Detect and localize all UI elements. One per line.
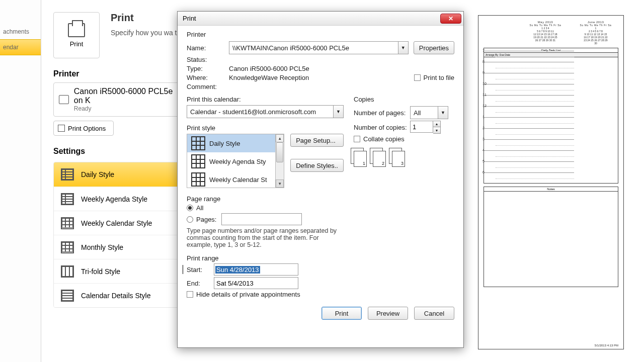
- comment-label: Comment:: [187, 83, 229, 90]
- end-label: End:: [187, 280, 214, 287]
- style-label: Daily Style: [209, 140, 240, 147]
- scroll-down-icon[interactable]: ▼: [276, 179, 284, 188]
- close-button[interactable]: ✕: [440, 14, 461, 24]
- left-nav: achments endar: [0, 0, 41, 362]
- settings-monthly[interactable]: Monthly Style: [54, 235, 184, 259]
- end-date-input[interactable]: [214, 277, 298, 289]
- settings-weekly-agenda[interactable]: Weekly Agenda Style: [54, 187, 184, 211]
- printer-status: Ready: [74, 105, 179, 112]
- cancel-button[interactable]: Cancel: [414, 307, 454, 320]
- printer-icon: [59, 95, 69, 104]
- page-setup-button[interactable]: Page Setup...: [290, 134, 344, 147]
- chevron-down-icon: ▼: [398, 42, 408, 54]
- print-to-file-checkbox[interactable]: [414, 74, 421, 81]
- dialog-titlebar: Print ✕: [178, 12, 463, 26]
- printer-name-combo[interactable]: \\KWTMAIN\Canon iR5000-6000 PCL5e ▼: [229, 41, 409, 54]
- style-weekly-agenda[interactable]: Weekly Agenda Sty: [187, 152, 275, 170]
- page-range-all-radio[interactable]: [187, 205, 193, 211]
- type-label: Type:: [187, 65, 229, 72]
- style-label: Weekly Calendar St: [209, 176, 267, 184]
- page-range-hint: Type page numbers and/or page ranges sep…: [187, 227, 344, 248]
- notes-head: Notes: [484, 187, 618, 192]
- settings-label: Weekly Agenda Style: [81, 195, 147, 203]
- collate-checkbox[interactable]: [354, 136, 360, 142]
- calendar-value: Calendar - student16@lotl.onmicrosoft.co…: [187, 108, 333, 116]
- collate-label: Collate copies: [363, 135, 405, 143]
- num-copies-label: Number of copies:: [354, 124, 410, 131]
- print-range-group: Print range: [187, 254, 344, 262]
- style-scrollbar[interactable]: ▲ ▼: [276, 134, 284, 188]
- page-range-all-label: All: [196, 204, 203, 212]
- page-range-group: Page range: [187, 195, 344, 203]
- style-label: Weekly Agenda Sty: [209, 158, 266, 165]
- calendar-icon: [61, 290, 74, 302]
- print-preview: May 2013 Su Mo Tu We Th Fr Sa 1 2 3 45 6…: [478, 15, 624, 349]
- hide-private-checkbox[interactable]: [187, 291, 193, 298]
- num-pages-label: Number of pages:: [354, 109, 410, 117]
- start-date-value: Sun 4/28/2013: [215, 266, 260, 274]
- print-options-button[interactable]: Print Options: [53, 121, 114, 136]
- calendar-icon: [191, 136, 205, 150]
- printer-selector[interactable]: Canon iR5000-6000 PCL5e on K Ready: [53, 82, 184, 117]
- num-copies-value[interactable]: [410, 121, 433, 133]
- mini-calendar-may: May 2013 Su Mo Tu We Th Fr Sa 1 2 3 45 6…: [523, 21, 568, 45]
- copies-group: Copies: [354, 96, 454, 103]
- settings-trifold[interactable]: Tri-fold Style: [54, 259, 184, 283]
- settings-label: Monthly Style: [81, 243, 123, 251]
- status-label: Status:: [187, 56, 229, 63]
- calendar-icon: [61, 168, 74, 180]
- type-value: Canon iR5000-6000 PCL5e: [229, 65, 309, 72]
- nav-attachments[interactable]: achments: [0, 24, 41, 39]
- print-dialog: Print ✕ Printer Name: \\KWTMAIN\Canon iR…: [177, 11, 464, 348]
- notes-box: Notes: [484, 187, 618, 287]
- name-label: Name:: [187, 44, 229, 52]
- calendar-icon: [191, 154, 205, 168]
- calendar-combo[interactable]: Calendar - student16@lotl.onmicrosoft.co…: [187, 105, 344, 118]
- calendar-icon: [61, 265, 74, 278]
- pages-input[interactable]: [221, 213, 302, 225]
- print-style-label: Print style: [187, 124, 344, 132]
- page-range-pages-radio[interactable]: [187, 216, 193, 223]
- preview-button[interactable]: Preview: [368, 307, 408, 320]
- calendar-icon: [191, 172, 205, 187]
- properties-button[interactable]: Properties: [414, 41, 454, 54]
- settings-details[interactable]: Calendar Details Style: [54, 283, 184, 307]
- options-icon: [58, 125, 65, 132]
- num-copies-spinner[interactable]: ▲▼: [410, 121, 441, 134]
- page-range-pages-label: Pages:: [196, 216, 221, 223]
- printer-icon: [68, 23, 85, 37]
- style-weekly-calendar[interactable]: Weekly Calendar St: [187, 170, 275, 188]
- settings-weekly-calendar[interactable]: Weekly Calendar Style: [54, 211, 184, 235]
- settings-label: Daily Style: [81, 170, 114, 178]
- hourlines: 789101112123456: [484, 51, 574, 184]
- settings-daily[interactable]: Daily Style: [54, 162, 184, 187]
- num-pages-combo[interactable]: All▼: [410, 106, 448, 119]
- print-button-large[interactable]: Print: [53, 12, 100, 58]
- spin-up-icon[interactable]: ▲: [433, 121, 440, 127]
- style-daily[interactable]: Daily Style: [187, 134, 275, 152]
- collate-illustration: 11 22 33: [354, 151, 454, 167]
- spin-down-icon[interactable]: ▼: [433, 127, 440, 133]
- scroll-up-icon[interactable]: ▲: [276, 134, 284, 142]
- printer-name: Canon iR5000-6000 PCL5e on K: [74, 87, 179, 105]
- print-calendar-label: Print this calendar:: [187, 96, 344, 103]
- scroll-thumb[interactable]: [276, 142, 283, 162]
- hide-private-label: Hide details of private appointments: [196, 291, 300, 298]
- print-button-label: Print: [70, 40, 84, 48]
- settings-label: Tri-fold Style: [81, 267, 120, 276]
- settings-label: Weekly Calendar Style: [81, 219, 152, 227]
- define-styles-button[interactable]: Define Styles..: [290, 159, 344, 172]
- print-style-listbox[interactable]: Daily Style Weekly Agenda Sty Weekly Cal…: [187, 134, 284, 188]
- num-pages-value: All: [411, 109, 438, 117]
- print-options-label: Print Options: [68, 125, 106, 132]
- nav-calendar[interactable]: endar: [0, 39, 41, 55]
- print-to-file-label: Print to file: [424, 74, 454, 81]
- text-cursor: [183, 265, 183, 274]
- print-button[interactable]: Print: [321, 307, 362, 320]
- calendar-icon: [61, 193, 74, 205]
- calendar-icon: [61, 241, 74, 253]
- chevron-down-icon: ▼: [333, 106, 343, 118]
- start-date-input[interactable]: Sun 4/28/2013: [214, 263, 298, 276]
- where-label: Where:: [187, 74, 229, 81]
- calendar-icon: [61, 217, 74, 229]
